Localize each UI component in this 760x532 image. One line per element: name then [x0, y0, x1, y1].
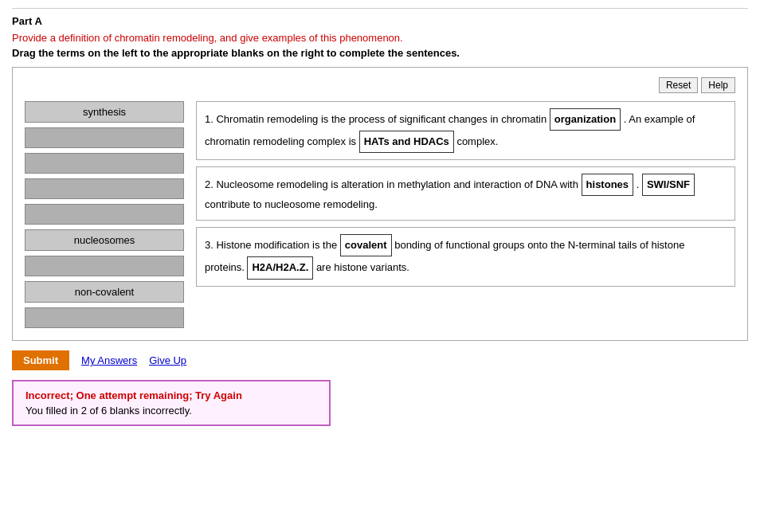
drag-term[interactable] — [25, 256, 184, 276]
help-button[interactable]: Help — [701, 77, 735, 93]
filled-blank[interactable]: covalent — [340, 234, 392, 256]
filled-blank[interactable]: HATs and HDACs — [359, 131, 454, 153]
instruction-bold: Drag the terms on the left to the approp… — [12, 47, 748, 59]
sentence-box: 3. Histone modification is the covalent … — [196, 227, 735, 286]
left-column: synthesisnucleosomesnon-covalent — [25, 101, 184, 328]
sentence-text: 1. Chromatin remodeling is the process o… — [205, 113, 550, 125]
drag-term[interactable] — [25, 178, 184, 199]
sentence-text: complex. — [454, 135, 499, 147]
right-column: 1. Chromatin remodeling is the process o… — [196, 101, 735, 328]
drag-term[interactable] — [25, 153, 184, 174]
sentence-text: contribute to nucleosome remodeling. — [205, 198, 378, 210]
sentence-box: 2. Nucleosome remodeling is alteration i… — [196, 166, 735, 221]
my-answers-button[interactable]: My Answers — [81, 354, 137, 366]
feedback-title: Incorrect; One attempt remaining; Try Ag… — [25, 389, 317, 401]
submit-button[interactable]: Submit — [12, 350, 69, 370]
sentence-text: 3. Histone modification is the — [205, 239, 340, 251]
feedback-text: You filled in 2 of 6 blanks incorrectly. — [25, 405, 317, 417]
give-up-button[interactable]: Give Up — [149, 354, 186, 366]
sentence-text: . — [633, 178, 642, 190]
drag-term[interactable] — [25, 307, 184, 328]
drag-term[interactable]: nucleosomes — [25, 229, 184, 251]
reset-button[interactable]: Reset — [659, 77, 698, 93]
filled-blank[interactable]: SWI/SNF — [642, 174, 695, 196]
instruction-red: Provide a definition of chromatin remode… — [12, 32, 748, 44]
filled-blank[interactable]: organization — [550, 108, 621, 131]
sentence-box: 1. Chromatin remodeling is the process o… — [196, 101, 735, 160]
drag-term[interactable]: synthesis — [25, 101, 184, 123]
drag-term[interactable]: non-covalent — [25, 281, 184, 303]
main-box: Reset Help synthesisnucleosomesnon-coval… — [12, 67, 748, 341]
feedback-box: Incorrect; One attempt remaining; Try Ag… — [12, 380, 331, 426]
drag-term[interactable] — [25, 127, 184, 148]
filled-blank[interactable]: H2A/H2A.Z. — [247, 256, 313, 279]
sentence-text: 2. Nucleosome remodeling is alteration i… — [205, 178, 582, 190]
part-label: Part A — [12, 8, 748, 27]
sentence-text: are histone variants. — [313, 261, 409, 273]
filled-blank[interactable]: histones — [582, 174, 633, 196]
drag-term[interactable] — [25, 204, 184, 225]
